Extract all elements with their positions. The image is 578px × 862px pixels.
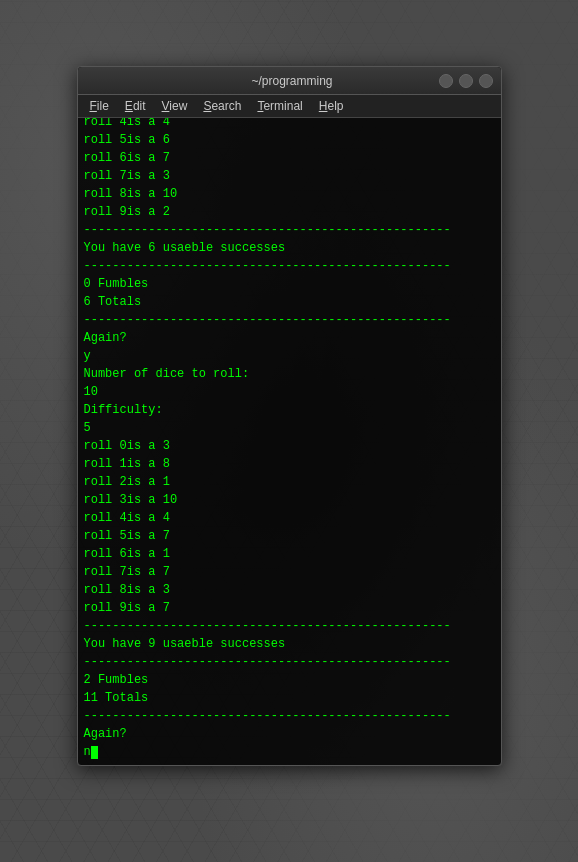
term-line: 0 Fumbles (84, 275, 495, 293)
term-line: roll 3is a 10 (84, 491, 495, 509)
menu-bar: File Edit View Search Terminal Help (78, 95, 501, 118)
term-line: roll 2is a 1 (84, 473, 495, 491)
term-line: Again? (84, 329, 495, 347)
title-bar: ~/programming (78, 67, 501, 95)
term-line: roll 1is a 8 (84, 455, 495, 473)
term-line: 11 Totals (84, 689, 495, 707)
term-line: roll 4is a 4 (84, 118, 495, 131)
term-line: ----------------------------------------… (84, 221, 495, 239)
term-line: roll 8is a 10 (84, 185, 495, 203)
terminal-window: ~/programming File Edit View Search Term… (77, 66, 502, 766)
maximize-button[interactable] (459, 74, 473, 88)
term-line: Number of dice to roll: (84, 365, 495, 383)
menu-view[interactable]: View (154, 97, 196, 115)
term-line: ----------------------------------------… (84, 707, 495, 725)
terminal-cursor (91, 746, 98, 759)
minimize-button[interactable] (439, 74, 453, 88)
term-line: 5 (84, 419, 495, 437)
term-line: ----------------------------------------… (84, 257, 495, 275)
menu-search[interactable]: Search (195, 97, 249, 115)
term-line: roll 9is a 2 (84, 203, 495, 221)
term-line: ----------------------------------------… (84, 653, 495, 671)
term-line: 10 (84, 383, 495, 401)
close-button[interactable] (479, 74, 493, 88)
term-line: ----------------------------------------… (84, 617, 495, 635)
window-controls (439, 74, 493, 88)
term-line: roll 0is a 3 (84, 437, 495, 455)
term-line: 6 Totals (84, 293, 495, 311)
term-line: ----------------------------------------… (84, 311, 495, 329)
term-line: roll 5is a 7 (84, 527, 495, 545)
term-line: roll 9is a 7 (84, 599, 495, 617)
term-line: roll 7is a 3 (84, 167, 495, 185)
term-line: Again? (84, 725, 495, 743)
menu-terminal[interactable]: Terminal (249, 97, 310, 115)
menu-edit[interactable]: Edit (117, 97, 154, 115)
term-line: roll 8is a 3 (84, 581, 495, 599)
terminal-output[interactable]: Number of dice to roll:10Difficulty:5rol… (78, 118, 501, 765)
term-line: roll 6is a 1 (84, 545, 495, 563)
term-line: You have 9 usaeble successes (84, 635, 495, 653)
window-title: ~/programming (146, 74, 439, 88)
term-line: roll 6is a 7 (84, 149, 495, 167)
term-line: y (84, 347, 495, 365)
term-line: You have 6 usaeble successes (84, 239, 495, 257)
term-line: roll 4is a 4 (84, 509, 495, 527)
term-line: 2 Fumbles (84, 671, 495, 689)
term-line: roll 7is a 7 (84, 563, 495, 581)
term-line: n (84, 743, 495, 761)
term-line: roll 5is a 6 (84, 131, 495, 149)
menu-help[interactable]: Help (311, 97, 352, 115)
menu-file[interactable]: File (82, 97, 117, 115)
term-line: Difficulty: (84, 401, 495, 419)
